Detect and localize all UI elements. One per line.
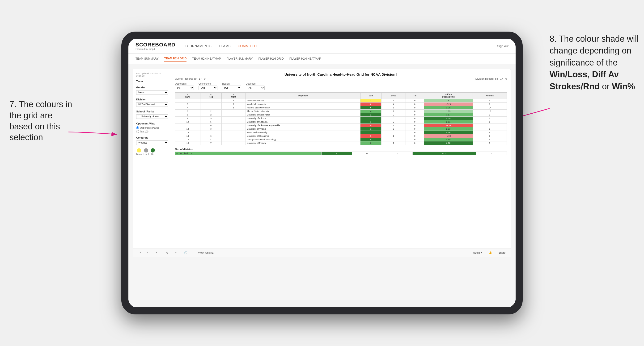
cell-rank: 10 xyxy=(175,120,200,124)
sub-nav-team-summary[interactable]: TEAM SUMMARY xyxy=(136,56,159,61)
more-btn[interactable]: ⋯ xyxy=(174,251,179,255)
bottom-toolbar: ↩ ↪ ⟵ ⧉ ⋯ 🕐 View: Original Watch ▾ 👍 Sha… xyxy=(134,248,510,257)
watch-btn[interactable]: Watch ▾ xyxy=(471,251,484,255)
cell-conf xyxy=(222,127,246,131)
cell-tie: 0 xyxy=(406,113,424,117)
division-select[interactable]: NCAA Division I xyxy=(136,102,168,107)
conference-label: Conference xyxy=(198,82,218,85)
school-label: School (Rank) xyxy=(136,110,168,113)
cell-win: 3 xyxy=(360,131,382,134)
cell-loss: 1 xyxy=(381,106,406,110)
col-tie: Tie xyxy=(406,93,424,99)
cell-reg: - xyxy=(200,99,222,103)
cell-rank: 15 xyxy=(175,138,200,141)
cell-tie: 0 xyxy=(406,110,424,113)
cell-rank: 2 xyxy=(175,99,200,103)
cell-rounds: 9 xyxy=(473,141,507,145)
redo-btn[interactable]: ↪ xyxy=(146,251,151,255)
table-row: 9 3 University of Arizona 1 0 0 9.00 2 xyxy=(175,117,507,120)
cell-reg: 2 xyxy=(200,110,222,113)
table-row: 14 6 University of Oklahoma 0 1 0 -1.00 … xyxy=(175,134,507,138)
cell-opponent: Auburn University xyxy=(246,99,360,103)
cell-reg: 3 xyxy=(200,117,222,120)
col-diff: Diff AvStrokes/Rnd xyxy=(424,93,473,99)
cell-loss: 0 xyxy=(381,117,406,120)
content-area: Last Updated: 27/03/2024 16:55:38 Team G… xyxy=(134,69,510,248)
undo-btn[interactable]: ↩ xyxy=(137,251,142,255)
cell-tie: 0 xyxy=(406,117,424,120)
cell-tie: 0 xyxy=(406,120,424,124)
sub-nav-team-h2h-heatmap[interactable]: TEAM H2H HEATMAP xyxy=(192,56,221,61)
last-updated: Last Updated: 27/03/2024 16:55:38 xyxy=(136,72,168,77)
cell-opponent: Florida State University xyxy=(246,110,360,113)
sign-out-link[interactable]: Sign out xyxy=(497,44,508,48)
legend-level-label: Level xyxy=(144,153,149,155)
share-btn[interactable]: Share xyxy=(497,251,507,255)
region-select[interactable]: (All) xyxy=(222,86,241,90)
cell-rounds: 3 xyxy=(473,113,507,117)
clock-btn[interactable]: 🕐 xyxy=(183,251,189,255)
cell-conf xyxy=(222,117,246,120)
copy-btn[interactable]: ⧉ xyxy=(165,251,170,255)
cell-conf xyxy=(222,124,246,127)
cell-win: 0 xyxy=(360,124,382,127)
cell-opponent: University of Arizona xyxy=(246,117,360,120)
cell-conf xyxy=(222,141,246,145)
opponents-filter: Opponents: (All) xyxy=(175,82,194,90)
nav-committee[interactable]: COMMITTEE xyxy=(238,43,259,49)
cell-rank: 9 xyxy=(175,117,200,120)
cell-opponent: University of Oklahoma xyxy=(246,134,360,138)
gender-select[interactable]: Men's xyxy=(136,90,168,95)
cell-opponent: Vanderbilt University xyxy=(246,103,360,106)
legend-level: Level xyxy=(144,148,149,155)
cell-win: 0 xyxy=(360,103,382,106)
tableau-wrapper: Last Updated: 27/03/2024 16:55:38 Team G… xyxy=(133,69,511,257)
table-row: 11 6 University of Arkansas, Fayettevill… xyxy=(175,124,507,127)
sub-nav-player-h2h-grid[interactable]: PLAYER H2H GRID xyxy=(258,56,284,61)
back-btn[interactable]: ⟵ xyxy=(155,251,161,255)
cell-loss: 1 xyxy=(381,99,406,103)
division-record: Division Record: 88 - 17 - 0 xyxy=(476,77,507,80)
view-original-btn[interactable]: View: Original xyxy=(197,251,216,255)
cell-win: 1 xyxy=(360,117,382,120)
cell-rounds: 9 xyxy=(473,99,507,103)
opponent-select[interactable]: (All) xyxy=(246,86,265,90)
cell-diff: 2.33 xyxy=(424,127,473,131)
nav-tournaments[interactable]: TOURNAMENTS xyxy=(185,43,212,49)
sub-nav-team-h2h-grid[interactable]: TEAM H2H GRID xyxy=(164,56,187,61)
annotation-left: 7. The colours in the grid are based on … xyxy=(10,99,76,143)
cell-rank: 6 xyxy=(175,110,200,113)
opponent-view-label: Opponent View xyxy=(136,122,168,125)
main-content: Last Updated: 27/03/2024 16:55:38 Team G… xyxy=(128,64,516,307)
cell-diff: 1.67 xyxy=(424,99,473,103)
colour-by-label: Colour by xyxy=(136,136,168,139)
radio-top-100[interactable]: Top 100 xyxy=(136,130,168,133)
school-select[interactable]: 1. University of Nort... xyxy=(136,114,168,119)
cell-opponent: University of Arkansas, Fayetteville xyxy=(246,124,360,127)
cell-tie: 0 xyxy=(406,141,424,145)
table-row: 15 4 Georgia Institute of Technology 5 0… xyxy=(175,138,507,141)
conference-select[interactable]: (All) xyxy=(198,86,218,90)
cell-loss: 0 xyxy=(381,131,406,134)
gender-label: Gender xyxy=(136,86,168,89)
opponent-view-section: Opponent View Opponents Played Top 100 xyxy=(136,122,168,133)
cell-conf: 1 xyxy=(222,106,246,110)
cell-diff: 9.00 xyxy=(424,117,473,120)
sub-nav-player-summary[interactable]: PLAYER SUMMARY xyxy=(227,56,253,61)
cell-win: 3 xyxy=(360,120,382,124)
table-row: 10 5 University of Alabama 3 0 0 2.61 8 xyxy=(175,120,507,124)
cell-loss: 4 xyxy=(381,103,406,106)
region-filter: Region (All) xyxy=(222,82,241,90)
colour-by-select[interactable]: Win/loss xyxy=(136,141,168,145)
thumbs-btn[interactable]: 👍 xyxy=(487,251,494,255)
legend-row: Down Level Up xyxy=(136,148,168,155)
sub-nav-player-h2h-heatmap[interactable]: PLAYER H2H HEATMAP xyxy=(290,56,321,61)
opponent-label: Opponent xyxy=(246,82,265,85)
cell-diff: 5.56 xyxy=(424,131,473,134)
opponents-select[interactable]: (All) xyxy=(175,86,194,90)
cell-rounds: 8 xyxy=(473,120,507,124)
cell-rounds: 3 xyxy=(476,152,507,155)
sub-nav: TEAM SUMMARY TEAM H2H GRID TEAM H2H HEAT… xyxy=(128,54,516,64)
radio-opponents-played[interactable]: Opponents Played xyxy=(136,126,168,129)
nav-teams[interactable]: TEAMS xyxy=(218,43,231,49)
